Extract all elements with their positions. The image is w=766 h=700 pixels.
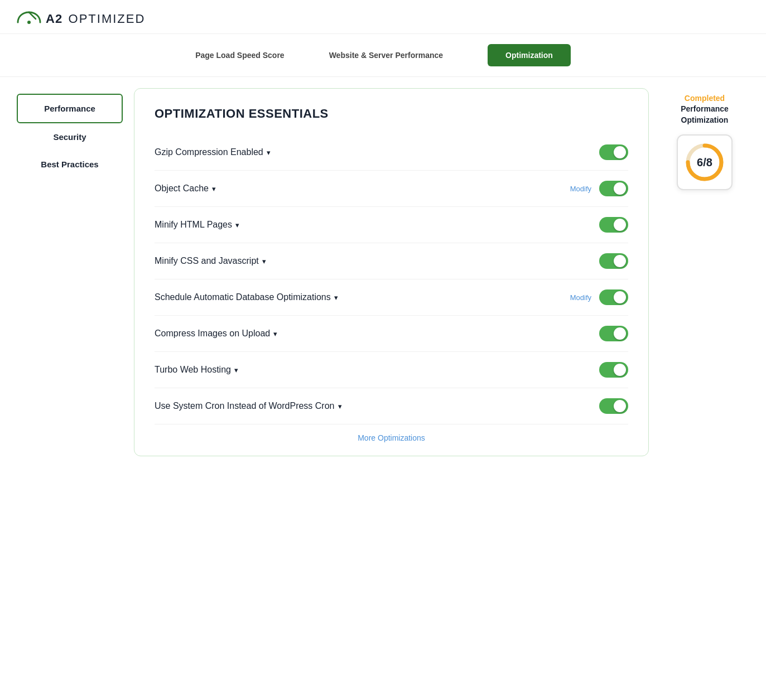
score-circle-container: 6/8	[677, 134, 733, 190]
card-title: OPTIMIZATION ESSENTIALS	[155, 107, 628, 121]
schedule-db-label: Schedule Automatic Database Optimization…	[155, 292, 338, 302]
compress-images-label: Compress Images on Upload ▾	[155, 329, 277, 339]
system-cron-right	[599, 398, 628, 414]
table-row: Object Cache ▾ Modify	[155, 171, 628, 207]
more-optimizations-link[interactable]: More Optimizations	[155, 424, 628, 445]
object-cache-modify-link[interactable]: Modify	[570, 185, 591, 193]
chevron-down-icon: ▾	[235, 221, 239, 229]
system-cron-toggle[interactable]	[599, 398, 628, 414]
main-layout: Performance Security Best Practices OPTI…	[0, 77, 766, 467]
right-panel: Completed Performance Optimization 6/8	[660, 88, 749, 456]
system-cron-label: Use System Cron Instead of WordPress Cro…	[155, 401, 342, 411]
table-row: Minify HTML Pages ▾	[155, 207, 628, 243]
performance-optimization-label: Performance Optimization	[660, 104, 749, 125]
sidebar-item-performance[interactable]: Performance	[17, 94, 123, 123]
table-row: Compress Images on Upload ▾	[155, 316, 628, 352]
chevron-down-icon: ▾	[262, 257, 266, 265]
completed-label: Completed	[660, 94, 749, 103]
tab-page-load-speed[interactable]: Page Load Speed Score	[195, 51, 285, 60]
gzip-right	[599, 144, 628, 160]
object-cache-right: Modify	[570, 181, 628, 196]
tab-website-server[interactable]: Website & Server Performance	[329, 51, 443, 60]
schedule-db-modify-link[interactable]: Modify	[570, 293, 591, 302]
minify-html-right	[599, 217, 628, 233]
turbo-toggle[interactable]	[599, 362, 628, 378]
object-cache-label: Object Cache ▾	[155, 184, 216, 194]
content-area: OPTIMIZATION ESSENTIALS Gzip Compression…	[134, 88, 649, 456]
header: A2 OPTIMIZED	[0, 0, 766, 34]
chevron-down-icon: ▾	[338, 402, 342, 411]
score-text: 6/8	[697, 156, 712, 169]
turbo-right	[599, 362, 628, 378]
compress-images-toggle[interactable]	[599, 326, 628, 341]
object-cache-toggle[interactable]	[599, 181, 628, 196]
gzip-toggle[interactable]	[599, 144, 628, 160]
schedule-db-right: Modify	[570, 289, 628, 305]
minify-css-label: Minify CSS and Javascript ▾	[155, 256, 266, 266]
minify-css-toggle[interactable]	[599, 253, 628, 269]
chevron-down-icon: ▾	[273, 330, 277, 338]
tab-optimization[interactable]: Optimization	[488, 44, 571, 66]
logo-icon	[17, 10, 41, 28]
schedule-db-toggle[interactable]	[599, 289, 628, 305]
minify-css-right	[599, 253, 628, 269]
chevron-down-icon: ▾	[334, 293, 338, 302]
minify-html-label: Minify HTML Pages ▾	[155, 220, 239, 230]
minify-html-toggle[interactable]	[599, 217, 628, 233]
table-row: Gzip Compression Enabled ▾	[155, 134, 628, 171]
top-navigation: Page Load Speed Score Website & Server P…	[0, 34, 766, 77]
gzip-label: Gzip Compression Enabled ▾	[155, 147, 271, 157]
sidebar-item-security[interactable]: Security	[17, 123, 123, 151]
sidebar-item-best-practices[interactable]: Best Practices	[17, 151, 123, 178]
compress-images-right	[599, 326, 628, 341]
table-row: Turbo Web Hosting ▾	[155, 352, 628, 388]
table-row: Use System Cron Instead of WordPress Cro…	[155, 388, 628, 424]
logo: A2 OPTIMIZED	[17, 10, 145, 28]
chevron-down-icon: ▾	[212, 185, 216, 193]
sidebar: Performance Security Best Practices	[17, 88, 123, 456]
logo-text: A2 OPTIMIZED	[46, 12, 145, 26]
turbo-label: Turbo Web Hosting ▾	[155, 365, 238, 375]
svg-point-1	[27, 21, 31, 24]
chevron-down-icon: ▾	[267, 148, 271, 157]
table-row: Schedule Automatic Database Optimization…	[155, 279, 628, 316]
score-circle: 6/8	[683, 141, 726, 184]
table-row: Minify CSS and Javascript ▾	[155, 243, 628, 279]
chevron-down-icon: ▾	[234, 366, 238, 374]
optimization-card: OPTIMIZATION ESSENTIALS Gzip Compression…	[134, 88, 649, 456]
